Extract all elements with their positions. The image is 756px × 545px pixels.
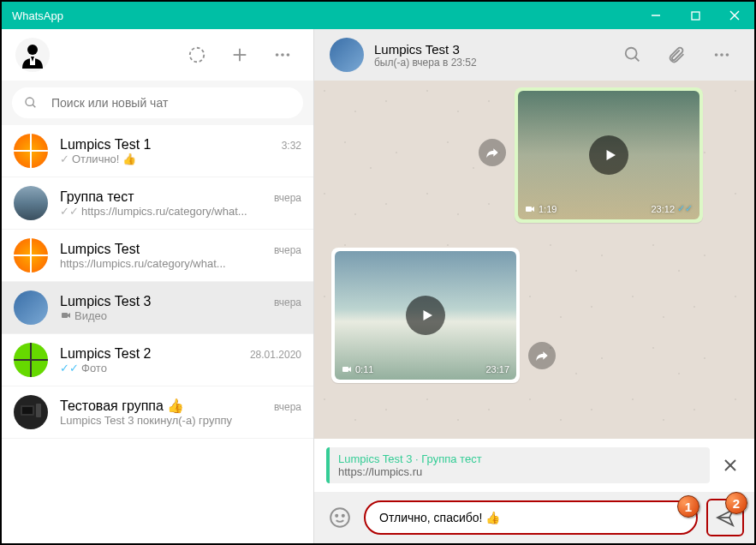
new-chat-icon[interactable] [229,45,250,65]
status-icon[interactable] [187,45,207,65]
chat-name: Lumpics Test [60,242,140,257]
chat-preview: https://lumpics.ru/category/what... [60,257,226,270]
chat-item[interactable]: Lumpics Testвчера https://lumpics.ru/cat… [2,230,313,282]
chat-preview: Видео [74,309,107,322]
svg-point-11 [287,53,290,57]
close-quote-button[interactable] [718,453,742,477]
minimize-button[interactable] [636,2,676,29]
chat-time: вчера [274,401,301,413]
svg-point-18 [626,48,637,59]
menu-icon[interactable] [272,45,293,65]
svg-point-6 [190,48,205,63]
chat-preview: Lumpics Test 3 покинул(-а) группу [60,414,232,427]
chat-item[interactable]: Тестовая группа 👍вчера Lumpics Test 3 по… [2,386,313,439]
chat-preview: Отлично! 👍 [72,153,136,165]
my-avatar[interactable] [15,38,50,72]
maximize-button[interactable] [676,2,715,29]
titlebar: WhatsApp [2,2,754,29]
svg-rect-17 [36,404,41,417]
svg-rect-16 [22,407,33,414]
emoji-button[interactable] [324,502,355,533]
chat-avatar [14,395,48,429]
chat-name: Lumpics Test 3 [60,294,151,309]
svg-point-22 [726,53,729,57]
video-duration: 0:11 [342,364,373,374]
window-title: WhatsApp [12,9,63,22]
svg-rect-24 [342,367,348,372]
chat-avatar [14,238,48,272]
svg-point-9 [276,53,279,57]
search-icon [24,96,38,110]
svg-point-21 [720,53,723,57]
svg-rect-14 [62,313,68,318]
svg-point-10 [281,53,284,57]
reply-quote-bar: Lumpics Test 3 · Группа тест https://lum… [314,439,754,492]
chat-header-avatar[interactable] [330,38,364,72]
left-header [2,29,313,81]
chat-time: 28.01.2020 [250,349,301,361]
chat-header-info[interactable]: Lumpics Test 3 был(-а) вчера в 23:52 [374,42,605,69]
svg-point-28 [336,515,337,517]
svg-point-29 [342,515,344,517]
chat-menu-icon[interactable] [711,45,732,65]
left-pane: Lumpics Test 13:32 ✓Отлично! 👍 Группа те… [2,29,314,543]
message-time: 23:17 [485,364,509,374]
video-duration: 1:19 [525,203,557,214]
svg-point-12 [26,98,33,105]
chat-avatar [14,290,48,325]
chat-time: вчера [274,296,301,308]
right-pane: Lumpics Test 3 был(-а) вчера в 23:52 [314,29,754,543]
svg-line-13 [33,105,35,107]
chat-preview: https://lumpics.ru/category/what... [81,205,247,218]
chat-header: Lumpics Test 3 был(-а) вчера в 23:52 [314,29,754,81]
play-icon[interactable] [589,135,628,175]
messages-area: 1:19 23:12✓✓ 0:11 [314,81,754,439]
message-input[interactable] [379,511,682,524]
callout-1: 1 [677,495,699,518]
app-window: WhatsApp [0,0,756,545]
svg-rect-23 [526,207,532,212]
chat-name: Lumpics Test 2 [60,346,151,362]
search-box [2,81,313,125]
video-icon [342,364,352,374]
video-icon [525,204,535,214]
chat-preview: Фото [81,362,107,374]
chat-time: вчера [274,244,301,256]
input-bar: 1 2 [314,492,754,543]
chat-name: Lumpics Test 1 [60,137,151,153]
svg-line-19 [635,57,640,62]
check-icon: ✓✓ [60,362,79,374]
search-chat-icon[interactable] [622,45,643,65]
chat-header-name: Lumpics Test 3 [374,42,605,57]
attach-icon[interactable] [667,45,688,65]
close-button[interactable] [715,2,754,29]
reply-quote: Lumpics Test 3 · Группа тест https://lum… [326,447,710,483]
video-icon [60,310,72,320]
chat-avatar [14,134,48,168]
message-in[interactable]: 0:11 23:17 [331,248,520,383]
chat-item[interactable]: Lumpics Test 3вчера Видео [2,282,313,334]
read-check-icon: ✓✓ [677,203,693,214]
forward-button[interactable] [528,342,556,369]
chat-list: Lumpics Test 13:32 ✓Отлично! 👍 Группа те… [2,125,313,543]
chat-item[interactable]: Lumpics Test 13:32 ✓Отлично! 👍 [2,125,313,177]
check-icon: ✓ [60,153,69,165]
quote-title: Lumpics Test 3 · Группа тест [338,452,701,465]
chat-time: 3:32 [282,140,301,152]
callout-2: 2 [725,492,747,514]
chat-name: Группа тест [60,189,134,205]
svg-rect-1 [692,12,699,20]
chat-name: Тестовая группа 👍 [60,398,184,414]
forward-button[interactable] [479,139,506,166]
search-input[interactable] [51,96,291,110]
chat-header-status: был(-а) вчера в 23:52 [374,57,605,69]
svg-point-4 [27,45,38,55]
chat-item[interactable]: Группа тествчера ✓✓https://lumpics.ru/ca… [2,177,313,230]
chat-item[interactable]: Lumpics Test 228.01.2020 ✓✓Фото [2,334,313,386]
chat-avatar [14,186,48,220]
play-icon[interactable] [406,296,445,335]
chat-avatar [14,343,48,377]
message-out[interactable]: 1:19 23:12✓✓ [515,87,703,223]
svg-point-27 [330,508,349,527]
message-time: 23:12✓✓ [651,203,693,214]
